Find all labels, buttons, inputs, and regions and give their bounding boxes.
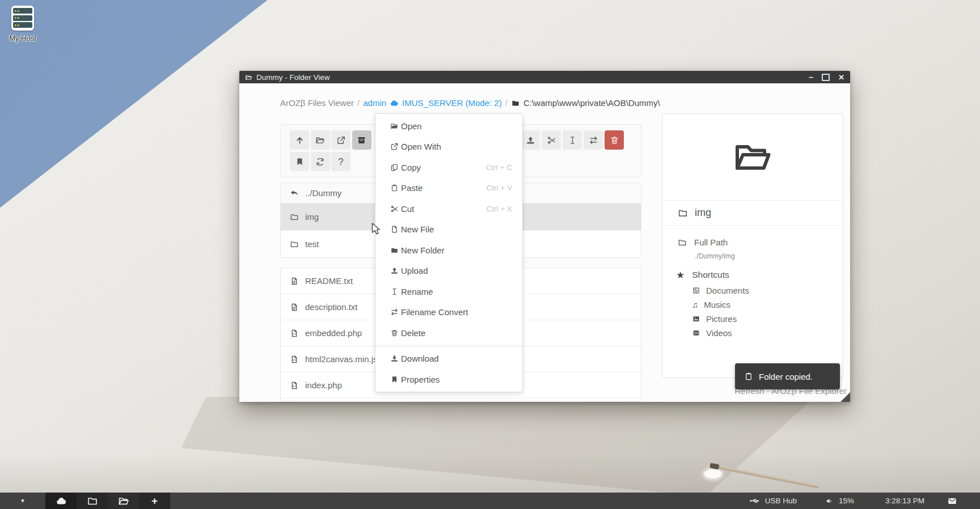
breadcrumb-separator: / — [505, 98, 508, 108]
parent-directory-label: ../Dummy — [305, 188, 341, 198]
refresh-button[interactable] — [311, 152, 330, 171]
taskbar-chevron-button[interactable]: ▼ — [0, 493, 45, 509]
shortcut-label: Pictures — [706, 314, 737, 324]
menu-item-label: Filename Convert — [401, 307, 468, 317]
toolbar-button-icon — [315, 135, 325, 145]
shortcuts-label: Shortcuts — [692, 270, 729, 280]
context-menu: Open Open With Copy Ctrl + C Paste Ctrl … — [375, 113, 523, 392]
messages-tray-item[interactable] — [947, 496, 957, 506]
menu-item-label: New File — [401, 224, 434, 234]
toolbar-button-icon — [295, 135, 305, 145]
toolbar-button-icon — [336, 135, 346, 145]
details-name-row: img — [662, 201, 843, 226]
shortcut-label: Documents — [706, 286, 749, 295]
clock[interactable]: 3:28:13 PM — [885, 497, 924, 505]
menu-download[interactable]: Download — [375, 349, 522, 370]
menu-item-icon — [387, 266, 401, 275]
menu-item-label: Properties — [401, 375, 440, 384]
menu-item-shortcut: Ctrl + V — [487, 184, 512, 192]
menu-item-label: Paste — [401, 183, 423, 193]
window-resize-handle[interactable] — [840, 392, 850, 402]
file-icon — [290, 355, 299, 364]
cut-button[interactable] — [542, 130, 561, 150]
menu-item-icon — [387, 287, 401, 296]
shortcut-documents[interactable]: Documents — [692, 283, 843, 298]
rename-button[interactable] — [563, 130, 582, 150]
menu-properties[interactable]: Properties — [375, 369, 522, 390]
folder-icon — [678, 238, 687, 247]
menu-item-label: Cut — [401, 204, 414, 214]
shortcut-icon — [692, 286, 700, 295]
menu-filename-convert[interactable]: Filename Convert — [375, 302, 522, 323]
cloud-icon — [390, 99, 399, 108]
open-button[interactable] — [311, 130, 330, 150]
zip-button[interactable] — [352, 130, 371, 150]
menu-rename[interactable]: Rename — [375, 281, 522, 302]
properties-button[interactable] — [290, 152, 309, 171]
taskbar-app-folder[interactable] — [77, 493, 108, 509]
help-button[interactable]: ? — [331, 152, 350, 171]
file-row-label: embedded.php — [305, 328, 362, 338]
system-tray: USB Hub 15% 3:28:13 PM — [749, 493, 980, 509]
desktop-icon-label: My Host — [0, 34, 45, 43]
menu-copy[interactable]: Copy Ctrl + C — [375, 157, 522, 178]
shortcut-videos[interactable]: Videos — [692, 326, 843, 340]
toolbar-button-icon — [547, 135, 556, 145]
menu-paste[interactable]: Paste Ctrl + V — [375, 178, 522, 199]
shortcut-label: Musics — [704, 300, 730, 309]
desktop-wallpaper-snow — [704, 469, 721, 478]
menu-item-label: Open With — [401, 142, 441, 151]
minimize-button[interactable]: – — [809, 73, 813, 81]
window-titlebar[interactable]: Dummy - Folder View – ✕ — [239, 71, 850, 83]
shortcut-musics[interactable]: ♫ Musics — [692, 298, 843, 312]
toolbar-button-icon: ? — [338, 157, 343, 167]
menu-delete[interactable]: Delete — [375, 323, 522, 343]
details-panel: img Full Path ./Dummy/img ★ Shortcuts Do… — [662, 113, 843, 378]
breadcrumb-path: C:\wamp\www\private\AOB\Dummy\ — [523, 98, 660, 108]
taskbar-app-icon — [87, 495, 98, 507]
volume-tray-item[interactable]: 15% — [825, 497, 854, 506]
toolbar-button-icon — [610, 135, 619, 145]
usb-tray-item[interactable]: USB Hub — [749, 495, 797, 507]
menu-item-icon — [387, 163, 401, 172]
envelope-icon — [947, 496, 957, 506]
maximize-button[interactable] — [822, 74, 830, 81]
toolbar-button-icon — [357, 135, 366, 145]
menu-item-label: Open — [401, 121, 422, 131]
delete-button[interactable] — [605, 130, 624, 150]
breadcrumb-user[interactable]: admin — [363, 98, 386, 108]
taskbar-app-folder-open[interactable] — [108, 493, 139, 509]
menu-cut[interactable]: Cut Ctrl + X — [375, 198, 522, 219]
folder-icon — [290, 213, 299, 222]
folder-icon — [511, 99, 520, 108]
menu-item-label: Delete — [401, 328, 425, 338]
close-button[interactable]: ✕ — [838, 74, 844, 81]
taskbar-app-new[interactable]: + — [139, 493, 170, 509]
menu-new-folder[interactable]: New Folder — [375, 240, 522, 261]
desktop-icon-my-host[interactable]: My Host — [0, 6, 45, 43]
folder-open-preview-icon — [732, 137, 773, 177]
star-icon: ★ — [676, 270, 685, 280]
file-row-label: description.txt — [305, 302, 358, 312]
details-name: img — [695, 207, 711, 219]
taskbar-app-cloud[interactable] — [45, 493, 77, 509]
up-directory-button[interactable] — [290, 130, 309, 150]
folder-icon — [290, 240, 299, 249]
menu-new-file[interactable]: New File — [375, 219, 522, 240]
menu-item-shortcut: Ctrl + X — [487, 205, 512, 213]
menu-item-icon — [387, 225, 401, 234]
chevron-down-icon: ▼ — [20, 498, 26, 504]
menu-open[interactable]: Open — [375, 116, 522, 137]
filename-convert-button[interactable] — [584, 130, 603, 150]
breadcrumb-app-name[interactable]: ArOZβ Files Viewer — [280, 98, 354, 108]
menu-open-with[interactable]: Open With — [375, 137, 522, 158]
menu-upload[interactable]: Upload — [375, 261, 522, 282]
upload-button[interactable] — [521, 130, 540, 150]
shortcut-pictures[interactable]: Pictures — [692, 312, 843, 326]
menu-item-icon — [387, 354, 401, 363]
menu-item-icon — [387, 205, 401, 213]
shortcut-label: Videos — [706, 328, 732, 338]
open-with-button[interactable] — [331, 130, 350, 150]
file-icon — [290, 329, 299, 338]
breadcrumb-server[interactable]: IMUS_SERVER (Mode: 2) — [402, 98, 502, 108]
